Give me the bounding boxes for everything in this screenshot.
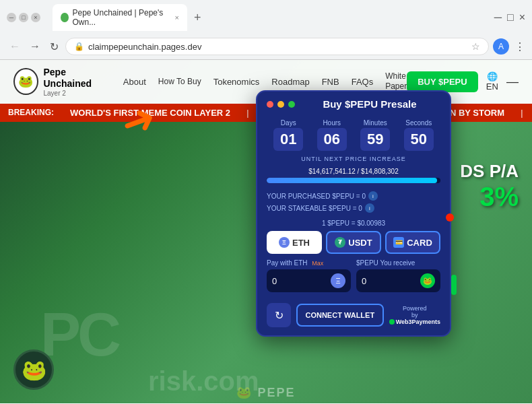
stakeable-label: YOUR STAKEABLE $PEPU = 0 xyxy=(267,205,362,212)
purchased-row: YOUR PURCHASED $PEPU = 0 i xyxy=(267,191,440,201)
buy-pepu-button[interactable]: BUY $PEPU xyxy=(407,71,477,92)
usdt-icon: ₮ xyxy=(335,237,345,248)
progress-area: $14,617,541.12 / $14,808,302 xyxy=(257,165,450,186)
menu-dots-icon[interactable]: ⋮ xyxy=(514,40,525,53)
modal-title-bar: Buy $PEPU Presale xyxy=(257,92,450,115)
tab-title: Pepe Unchained | Pepe's Own... xyxy=(73,8,168,27)
red-dot-right xyxy=(446,213,454,222)
title-bar: ─ □ × Pepe Unchained | Pepe's Own... × +… xyxy=(0,0,532,35)
presale-modal: Buy $PEPU Presale Days 01 Hours 06 Minut… xyxy=(256,90,451,337)
logo-subtitle: Layer 2 xyxy=(44,90,110,97)
stakeable-info-icon[interactable]: i xyxy=(365,203,374,213)
countdown: Days 01 Hours 06 Minutes 59 Seconds 50 xyxy=(257,115,450,154)
usdt-tab[interactable]: ₮ USDT xyxy=(326,231,381,254)
countdown-hours: Hours 06 xyxy=(317,119,347,151)
info-rows: YOUR PURCHASED $PEPU = 0 i YOUR STAKEABL… xyxy=(257,186,450,218)
hours-label: Hours xyxy=(317,119,347,127)
address-bar[interactable]: 🔒 claimpepeunchain.pages.dev ☆ xyxy=(65,38,489,55)
powered-by-label: Poweredby xyxy=(389,305,440,318)
payment-tabs: Ξ ETH ₮ USDT 💳 CARD xyxy=(257,231,450,259)
eth-icon: Ξ xyxy=(279,237,290,248)
exchange-rate: 1 $PEPU = $0.00983 xyxy=(257,218,450,231)
bookmark-icon[interactable]: ☆ xyxy=(471,41,480,52)
days-value: 01 xyxy=(273,128,303,151)
seconds-value: 50 xyxy=(404,128,434,151)
logo-area: 🐸 Pepe Unchained Layer 2 xyxy=(13,67,110,97)
pay-eth-icon: Ξ xyxy=(331,273,345,288)
web3-label: Web3Payments xyxy=(396,318,440,325)
nav-how-to-buy[interactable]: How To Buy xyxy=(158,77,201,88)
favicon xyxy=(61,13,69,22)
minutes-label: Minutes xyxy=(360,119,390,127)
refresh-modal-btn[interactable]: ↻ xyxy=(267,303,291,327)
nav-fnb[interactable]: FNB xyxy=(322,77,339,87)
hamburger-icon[interactable]: — xyxy=(506,75,519,89)
countdown-minutes: Minutes 59 xyxy=(360,119,390,151)
close-window-icon[interactable]: × xyxy=(519,11,525,24)
ticker-sep-1: | xyxy=(238,108,257,118)
refresh-button[interactable]: ↻ xyxy=(47,39,61,55)
browser-chrome: ─ □ × Pepe Unchained | Pepe's Own... × +… xyxy=(0,0,532,60)
close-btn[interactable]: × xyxy=(31,13,40,22)
frog-decoration: 🐸 xyxy=(13,349,54,390)
logo-circle: 🐸 xyxy=(13,68,38,95)
tab-close-btn[interactable]: × xyxy=(175,13,179,22)
modal-dot-red xyxy=(267,101,273,108)
powered-by-section: Poweredby Web3Payments xyxy=(389,305,440,325)
modal-bottom: ↻ CONNECT WALLET Poweredby Web3Payments xyxy=(257,299,450,335)
days-label: Days xyxy=(273,119,303,127)
minutes-value: 59 xyxy=(360,128,390,151)
lock-icon: 🔒 xyxy=(74,42,84,51)
seconds-label: Seconds xyxy=(404,119,434,127)
forward-button[interactable]: → xyxy=(27,39,43,54)
web3-dot xyxy=(389,319,395,325)
hours-value: 06 xyxy=(317,128,347,151)
nav-links: About How To Buy Tokenomics Roadmap FNB … xyxy=(123,71,407,92)
modal-title: Buy $PEPU Presale xyxy=(299,98,440,110)
until-text: UNTIL NEXT PRICE INCREASE xyxy=(257,154,450,165)
nav-faqs[interactable]: FAQs xyxy=(352,77,374,87)
maximize-btn[interactable]: □ xyxy=(19,13,28,22)
active-tab[interactable]: Pepe Unchained | Pepe's Own... × xyxy=(53,4,187,31)
modal-dot-green xyxy=(288,101,295,108)
restore-icon[interactable]: □ xyxy=(507,11,514,24)
pay-input-wrap[interactable]: 0 Ξ xyxy=(267,269,351,292)
modal-dot-yellow xyxy=(277,101,284,108)
connect-wallet-button[interactable]: CONNECT WALLET xyxy=(296,304,384,327)
max-badge[interactable]: Max xyxy=(312,260,323,267)
tab-bar: Pepe Unchained | Pepe's Own... × + xyxy=(46,4,212,31)
progress-bar xyxy=(267,178,440,183)
back-button[interactable]: ← xyxy=(7,39,23,54)
pay-labels: Pay with ETH Max $PEPU You receive xyxy=(257,259,450,269)
website-content: PC risk.com 🐸 Pepe Unchained Layer 2 Abo… xyxy=(0,60,532,403)
nav-roadmap[interactable]: Roadmap xyxy=(271,77,309,87)
nav-whitepaper[interactable]: WhitePaper xyxy=(385,71,407,92)
url-text: claimpepeunchain.pages.dev xyxy=(88,42,467,52)
pay-input-value: 0 xyxy=(272,276,328,286)
card-icon: 💳 xyxy=(393,237,404,248)
eth-tab[interactable]: Ξ ETH xyxy=(267,231,322,254)
stakeable-row: YOUR STAKEABLE $PEPU = 0 i xyxy=(267,203,440,213)
browser-actions: A ⋮ xyxy=(493,38,525,55)
address-bar-row: ← → ↻ 🔒 claimpepeunchain.pages.dev ☆ A ⋮ xyxy=(0,35,532,59)
minimize-btn[interactable]: ─ xyxy=(7,13,16,22)
ticker-breaking: BREAKING: xyxy=(0,108,62,117)
profile-avatar[interactable]: A xyxy=(493,38,509,55)
usdt-label: USDT xyxy=(348,238,372,248)
new-tab-btn[interactable]: + xyxy=(190,11,205,25)
window-menu-icons: ─ □ × xyxy=(494,11,525,24)
nav-about[interactable]: About xyxy=(123,77,146,87)
minimize-icon[interactable]: ─ xyxy=(494,11,502,24)
ticker-sep-2: | xyxy=(512,108,531,118)
window-controls: ─ □ × xyxy=(7,13,40,22)
nav-tokenomics[interactable]: Tokenomics xyxy=(213,77,260,87)
eth-label: ETH xyxy=(292,238,310,248)
receive-pepu-icon: 🐸 xyxy=(420,273,435,288)
card-tab[interactable]: 💳 CARD xyxy=(385,231,440,254)
logo-name: Pepe Unchained xyxy=(44,67,110,90)
purchased-info-icon[interactable]: i xyxy=(368,191,378,201)
pay-inputs: 0 Ξ 0 🐸 xyxy=(257,269,450,299)
language-button[interactable]: 🌐 EN xyxy=(478,69,506,94)
receive-input-wrap[interactable]: 0 🐸 xyxy=(356,269,440,292)
progress-bar-fill xyxy=(267,178,437,183)
